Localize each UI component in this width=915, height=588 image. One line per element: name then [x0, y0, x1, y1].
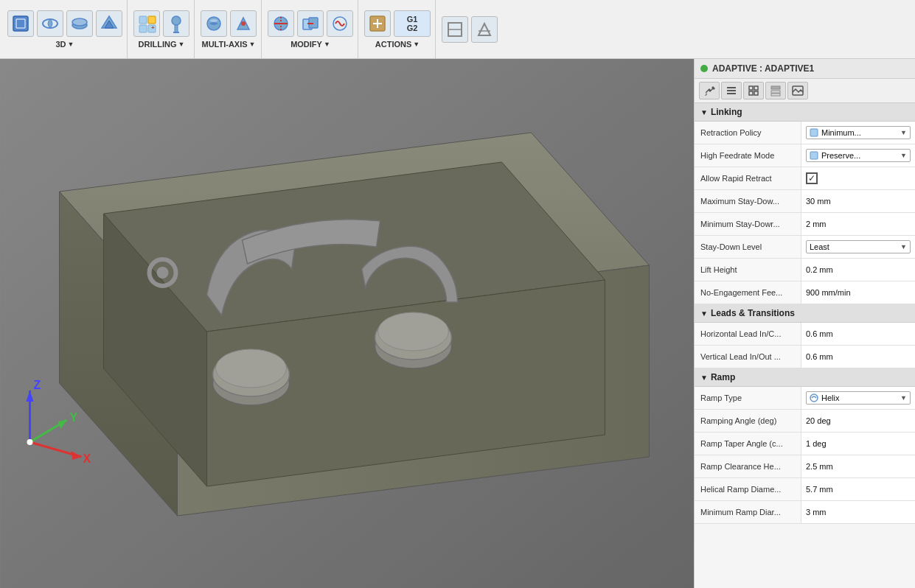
ramp-type-dropdown[interactable]: Helix ▼ — [806, 391, 911, 405]
panel-title: ADAPTIVE : ADAPTIVE1 — [712, 63, 814, 74]
min-stay-down-value[interactable]: 2 mm — [801, 213, 915, 235]
retraction-policy-dropdown[interactable]: Minimum... ▼ — [806, 126, 911, 139]
drilling-label[interactable]: DRILLING ▼ — [139, 40, 185, 49]
modify-icon-1[interactable] — [268, 10, 294, 37]
stay-down-level-value[interactable]: Least ▼ — [801, 236, 915, 258]
toolbar-group-view — [437, 0, 502, 58]
ramp-type-value[interactable]: Helix ▼ — [801, 387, 915, 409]
view-icon-1[interactable] — [442, 16, 468, 43]
prop-high-feedrate: High Feedrate Mode Preserve... ▼ — [695, 144, 915, 167]
modify-dropdown-arrow: ▼ — [324, 41, 330, 48]
prop-retraction-policy: Retraction Policy Minimum... ▼ — [695, 122, 915, 144]
retraction-policy-value[interactable]: Minimum... ▼ — [801, 122, 915, 144]
ramp-taper-angle-value[interactable]: 1 deg — [801, 433, 915, 455]
ramp-label: Ramp — [711, 372, 735, 382]
stay-down-level-arrow: ▼ — [900, 243, 907, 251]
view-icon-2[interactable] — [471, 16, 498, 43]
viewport[interactable]: Z Y X — [0, 59, 694, 588]
modify-label[interactable]: MODIFY ▼ — [290, 40, 330, 49]
stay-down-level-dropdown[interactable]: Least ▼ — [806, 240, 911, 253]
svg-point-67 — [810, 394, 818, 402]
panel-content: ▼ Linking Retraction Policy Minimum... ▼ — [695, 103, 915, 588]
section-ramp[interactable]: ▼ Ramp — [695, 368, 915, 387]
actions-icon-1[interactable] — [364, 10, 391, 37]
modify-icon-3[interactable] — [327, 10, 353, 37]
svg-text:+: + — [151, 24, 155, 31]
modify-icon-2[interactable] — [297, 10, 324, 37]
min-ramp-diam-value[interactable]: 3 mm — [801, 501, 915, 523]
allow-rapid-retract-value[interactable]: ✓ — [801, 167, 915, 189]
prop-helical-ramp-diam: Helical Ramp Diame... 5.7 mm — [695, 478, 915, 501]
tab-layers[interactable] — [721, 82, 742, 99]
high-feedrate-label: High Feedrate Mode — [695, 144, 801, 167]
svg-point-3 — [72, 18, 87, 26]
prop-stay-down-level: Stay-Down Level Least ▼ — [695, 236, 915, 259]
helical-ramp-diam-label: Helical Ramp Diame... — [695, 478, 801, 500]
no-engagement-value[interactable]: 900 mm/min — [801, 281, 915, 304]
svg-rect-59 — [749, 91, 753, 95]
vert-lead-in-value[interactable]: 0.6 mm — [801, 346, 915, 368]
prop-lift-height: Lift Height 0.2 mm — [695, 259, 915, 281]
3d-icon-3[interactable] — [66, 10, 93, 37]
ramping-angle-value[interactable]: 20 deg — [801, 410, 915, 432]
tab-wrench[interactable] — [699, 82, 720, 99]
3d-label[interactable]: 3D ▼ — [56, 40, 74, 49]
toolbar-group-drilling: + DRILLING ▼ — [129, 0, 195, 58]
svg-point-11 — [172, 16, 181, 25]
actions-icon-g1g2[interactable]: G1G2 — [394, 10, 431, 37]
multiaxis-icon-2[interactable] — [230, 10, 257, 37]
no-engagement-label: No-Engagement Fee... — [695, 281, 801, 304]
svg-rect-54 — [727, 87, 736, 88]
max-stay-down-label: Maximum Stay-Dow... — [695, 190, 801, 212]
svg-rect-0 — [13, 16, 28, 31]
svg-rect-57 — [749, 86, 753, 90]
multiaxis-icon-1[interactable] — [201, 10, 227, 37]
svg-rect-12 — [175, 25, 178, 32]
prop-ramping-angle: Ramping Angle (deg) 20 deg — [695, 410, 915, 433]
svg-point-38 — [216, 349, 287, 388]
tab-table[interactable] — [765, 82, 786, 99]
3d-icon-4[interactable] — [96, 10, 122, 37]
svg-rect-62 — [771, 91, 780, 93]
max-stay-down-value[interactable]: 30 mm — [801, 190, 915, 212]
right-panel: ADAPTIVE : ADAPTIVE1 ▼ — [694, 59, 915, 588]
helical-ramp-diam-value[interactable]: 5.7 mm — [801, 478, 915, 500]
svg-rect-61 — [771, 86, 780, 89]
ramping-angle-label: Ramping Angle (deg) — [695, 410, 801, 432]
panel-icon-tabs — [695, 79, 915, 103]
multiaxis-label-text: MULTI-AXIS — [201, 40, 247, 49]
tab-grid[interactable] — [743, 82, 764, 99]
prop-ramp-taper-angle: Ramp Taper Angle (c... 1 deg — [695, 433, 915, 455]
high-feedrate-arrow: ▼ — [900, 152, 907, 159]
drilling-icon-2[interactable] — [163, 10, 189, 37]
retraction-policy-arrow: ▼ — [900, 129, 907, 136]
3d-icon-1[interactable] — [7, 10, 34, 37]
min-ramp-diam-label: Minimum Ramp Diar... — [695, 501, 801, 523]
prop-ramp-type: Ramp Type Helix ▼ — [695, 387, 915, 410]
actions-label[interactable]: ACTIONS ▼ — [375, 40, 420, 49]
high-feedrate-value[interactable]: Preserve... ▼ — [801, 144, 915, 167]
ramp-clearance-value[interactable]: 2.5 mm — [801, 455, 915, 477]
status-indicator — [700, 65, 708, 72]
svg-text:Z: Z — [34, 379, 41, 391]
allow-rapid-retract-label: Allow Rapid Retract — [695, 167, 801, 189]
svg-text:Y: Y — [70, 411, 78, 424]
linking-label: Linking — [711, 107, 742, 117]
multiaxis-label[interactable]: MULTI-AXIS ▼ — [201, 40, 255, 49]
section-linking[interactable]: ▼ Linking — [695, 103, 915, 122]
lift-height-value[interactable]: 0.2 mm — [801, 259, 915, 281]
allow-rapid-retract-checkbox[interactable]: ✓ — [806, 172, 818, 184]
tab-image[interactable] — [787, 82, 808, 99]
ramp-toggle: ▼ — [700, 374, 708, 382]
3d-icon-2[interactable] — [37, 10, 63, 37]
svg-point-15 — [241, 21, 246, 26]
section-leads[interactable]: ▼ Leads & Transitions — [695, 304, 915, 323]
3d-label-text: 3D — [56, 40, 66, 49]
drilling-icon-1[interactable]: + — [133, 10, 160, 37]
prop-min-ramp-diam: Minimum Ramp Diar... 3 mm — [695, 501, 915, 524]
high-feedrate-dropdown[interactable]: Preserve... ▼ — [806, 149, 911, 162]
ramp-clearance-label: Ramp Clearance He... — [695, 455, 801, 477]
svg-point-53 — [27, 439, 33, 445]
horiz-lead-in-value[interactable]: 0.6 mm — [801, 323, 915, 345]
prop-vert-lead-in: Vertical Lead In/Out ... 0.6 mm — [695, 346, 915, 368]
